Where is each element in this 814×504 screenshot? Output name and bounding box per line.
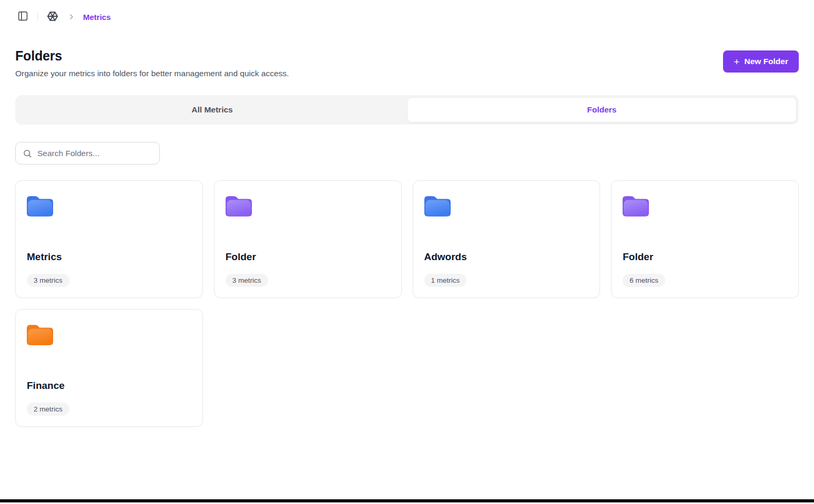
chevron-right-icon [67,13,76,21]
sidebar-toggle-button[interactable] [15,9,30,24]
new-folder-button[interactable]: + New Folder [723,50,799,73]
folder-count-badge: 1 metrics [424,274,467,287]
search-input[interactable] [37,149,152,158]
folder-card-name: Adwords [424,251,589,263]
breadcrumb-separator [37,13,38,21]
new-folder-button-label: New Folder [744,57,788,66]
folder-card-name: Finance [27,380,191,392]
search-icon [23,149,32,158]
panel-left-icon [17,11,28,23]
page-header: Folders Organize your metrics into folde… [15,48,799,78]
folder-card[interactable]: Finance 2 metrics [15,309,203,427]
page-header-text: Folders Organize your metrics into folde… [15,48,289,78]
folder-icon [226,194,252,217]
breadcrumb-metrics-link[interactable]: Metrics [83,13,111,22]
tab-all-metrics[interactable]: All Metrics [17,97,407,122]
folder-count-badge: 3 metrics [27,274,69,287]
bottom-window-edge [0,499,814,502]
folder-icon [27,194,53,217]
folder-count-badge: 2 metrics [27,403,69,416]
folder-grid: Metrics 3 metrics Folder 3 metrics Adwor… [15,180,799,427]
folder-card-name: Folder [226,251,390,263]
folder-card[interactable]: Metrics 3 metrics [15,180,203,298]
folder-card[interactable]: Folder 3 metrics [214,180,402,298]
folder-card-name: Metrics [27,251,191,263]
folder-icon [623,194,649,217]
view-tabs: All Metrics Folders [15,95,799,125]
folder-card[interactable]: Folder 6 metrics [611,180,799,298]
folder-icon [424,194,451,217]
folder-count-badge: 6 metrics [623,274,665,287]
page-title: Folders [15,48,289,64]
breadcrumb: Metrics [15,0,799,29]
folder-icon [27,323,53,345]
folders-page: Metrics Folders Organize your metrics in… [0,0,814,427]
plus-icon: + [734,57,739,67]
folder-count-badge: 3 metrics [226,274,268,287]
tab-folders[interactable]: Folders [407,97,797,122]
page-subtitle: Organize your metrics into folders for b… [15,69,289,78]
cube-icon [46,10,59,24]
folder-card[interactable]: Adwords 1 metrics [413,180,601,298]
folder-card-name: Folder [623,251,787,263]
search-box [15,142,160,164]
workspace-cube-button[interactable] [45,9,60,24]
